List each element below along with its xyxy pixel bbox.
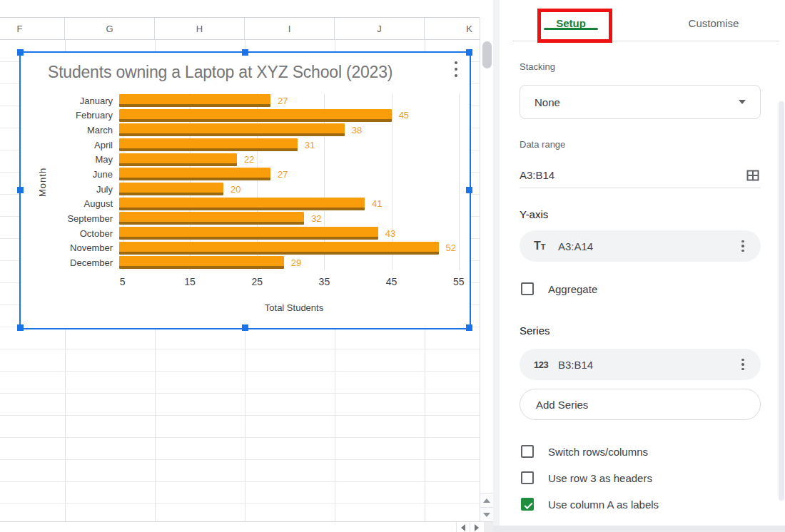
column-headers: FGHIJK <box>0 18 480 39</box>
chart-title: Students owning a Laptop at XYZ School (… <box>48 63 392 82</box>
selection-handle[interactable] <box>466 49 472 56</box>
column-header-I[interactable]: I <box>245 18 335 39</box>
bar <box>119 138 298 151</box>
selection-handle[interactable] <box>17 49 24 56</box>
series-options-icon[interactable] <box>736 357 749 372</box>
checkbox-row-switch-rows-columns[interactable]: Switch rows/columns <box>521 445 648 458</box>
bar <box>119 198 365 210</box>
category-label: July <box>96 182 113 197</box>
series-range-value: B3:B14 <box>558 359 736 371</box>
bar-row: January27 <box>119 93 469 108</box>
chart-y-axis-title: Month <box>36 93 48 270</box>
add-series-button[interactable]: Add Series <box>520 389 761 420</box>
bar-row: August41 <box>119 197 469 212</box>
scroll-up-button[interactable] <box>480 493 493 507</box>
bar <box>119 256 284 269</box>
bar-row: December29 <box>119 255 469 270</box>
vertical-scrollbar-thumb[interactable] <box>482 41 492 68</box>
aggregate-checkbox-row[interactable]: Aggregate <box>521 282 597 295</box>
aggregate-label: Aggregate <box>548 283 597 295</box>
y-axis-header: Y-axis <box>520 208 548 220</box>
y-axis-range-value: A3:A14 <box>558 240 736 252</box>
x-axis-tick-label: 25 <box>251 276 263 287</box>
tab-strip-border <box>512 41 779 41</box>
bar-row: May22 <box>119 153 469 168</box>
bar <box>119 168 270 180</box>
data-range-field[interactable]: A3:B14 <box>520 163 761 188</box>
checkbox-row-use-column-a-as-labels[interactable]: Use column A as labels <box>521 498 659 511</box>
y-axis-range-chip[interactable]: TT A3:A14 <box>520 230 761 262</box>
column-header-G[interactable]: G <box>65 18 155 39</box>
scrollbar-corner <box>484 522 493 532</box>
spreadsheet-area: FGHIJK Students owning a Laptop at XYZ S… <box>0 0 493 532</box>
chart-more-options-icon[interactable] <box>450 58 462 80</box>
stacking-dropdown[interactable]: None <box>520 85 761 119</box>
bar-value-label: 41 <box>372 197 382 212</box>
selection-handle[interactable] <box>242 324 248 331</box>
grid-row-line <box>0 459 480 460</box>
grid-row-line <box>0 503 480 504</box>
x-axis-tick-label: 35 <box>319 276 330 287</box>
scroll-down-button[interactable] <box>480 507 493 521</box>
selection-handle[interactable] <box>466 324 472 331</box>
tab-setup[interactable]: Setup <box>500 6 642 41</box>
tab-customise[interactable]: Customise <box>642 6 785 41</box>
scroll-left-button[interactable] <box>456 522 470 532</box>
checkbox-unchecked[interactable] <box>521 471 534 484</box>
column-header-J[interactable]: J <box>335 18 425 39</box>
grid-row-line <box>0 393 480 394</box>
category-label: January <box>80 93 113 108</box>
selection-handle[interactable] <box>466 187 472 193</box>
sheet-vertical-scrollbar[interactable] <box>480 18 493 521</box>
data-range-label: Data range <box>520 139 565 150</box>
bar-value-label: 32 <box>311 211 321 226</box>
bar-value-label: 27 <box>278 93 288 108</box>
bar-value-label: 20 <box>231 182 240 197</box>
chart-editor-panel: Setup Customise Stacking None Data range… <box>500 0 785 526</box>
column-header-F[interactable]: F <box>0 18 65 39</box>
bar-row: April31 <box>119 138 469 153</box>
stacking-label: Stacking <box>520 61 555 72</box>
chevron-down-icon <box>739 100 746 104</box>
bar-value-label: 29 <box>291 255 301 270</box>
checkbox-checked[interactable] <box>521 498 534 511</box>
select-data-range-icon[interactable] <box>745 168 761 183</box>
checkbox-unchecked[interactable] <box>521 445 534 458</box>
checkbox-label: Use row 3 as headers <box>548 472 652 484</box>
bar <box>119 94 270 107</box>
panel-scrollbar-thumb[interactable] <box>779 101 784 501</box>
google-sheets-chart-editor-window: FGHIJK Students owning a Laptop at XYZ S… <box>0 0 785 532</box>
checkbox-label: Use column A as labels <box>548 498 659 511</box>
selection-handle[interactable] <box>17 324 24 331</box>
scroll-right-button[interactable] <box>470 522 483 532</box>
grid-row-line <box>0 349 480 349</box>
bar-value-label: 52 <box>446 241 456 256</box>
grid-row-line <box>0 481 480 482</box>
data-range-value: A3:B14 <box>520 169 745 181</box>
aggregate-checkbox[interactable] <box>521 282 534 295</box>
bar <box>119 123 345 136</box>
sheet-horizontal-scrollbar[interactable] <box>0 521 493 532</box>
chart-card[interactable]: Students owning a Laptop at XYZ School (… <box>19 51 471 329</box>
column-header-H[interactable]: H <box>155 18 245 39</box>
stacking-value: None <box>535 96 739 108</box>
editor-tabs: Setup Customise <box>500 6 785 41</box>
selection-handle[interactable] <box>242 49 248 56</box>
series-range-chip[interactable]: 123 B3:B14 <box>520 349 761 380</box>
bar <box>119 242 439 255</box>
bar-row: November52 <box>119 241 469 256</box>
category-label: June <box>93 167 113 182</box>
category-label: March <box>87 123 113 138</box>
bar <box>119 212 304 225</box>
checkbox-row-use-row-3-as-headers[interactable]: Use row 3 as headers <box>521 471 652 484</box>
category-label: August <box>84 197 113 212</box>
x-axis-tick-label: 5 <box>120 276 126 287</box>
chart-plot-area: 51525354555January27February45March38Apr… <box>119 93 469 270</box>
category-label: September <box>67 211 113 226</box>
y-axis-options-icon[interactable] <box>736 238 749 254</box>
bar-value-label: 31 <box>305 138 315 153</box>
arrow-right-icon <box>475 524 479 531</box>
column-header-K[interactable]: K <box>425 18 480 39</box>
pane-divider <box>493 0 500 532</box>
selection-handle[interactable] <box>17 187 24 193</box>
